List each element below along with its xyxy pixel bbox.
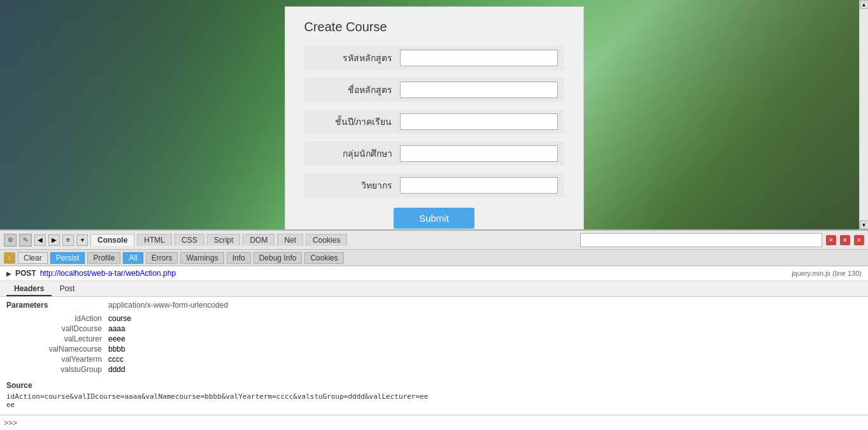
detail-tabs: Headers Post <box>0 281 868 297</box>
tab-html[interactable]: HTML <box>137 234 172 246</box>
year-term-input[interactable] <box>400 113 558 130</box>
clear-button[interactable]: Clear <box>18 252 48 264</box>
course-id-input[interactable] <box>400 50 558 66</box>
console-input[interactable] <box>21 419 864 427</box>
info-button[interactable]: Info <box>227 252 251 264</box>
form-title: Create Course <box>304 20 564 34</box>
content-area: Parameters application/x-www-form-urlenc… <box>0 297 868 415</box>
param-value: eeee <box>108 334 125 343</box>
form-row-course-id-input: รหัสหลักสูตร <box>304 46 564 70</box>
form-label-student-group-input: กลุ่มนักศึกษา <box>311 147 400 161</box>
param-row-valIDcourse: valIDcourseaaaa <box>6 324 862 334</box>
console-toolbar: ! Clear Persist Profile All Errors Warni… <box>0 250 868 266</box>
form-label-course-name-input: ชื่อหลักสูตร <box>311 83 400 97</box>
form-row-year-term-input: ชั้นปี/ภาคเรียน <box>304 110 564 134</box>
cookies-button[interactable]: Cookies <box>304 252 343 264</box>
param-row-valNamecourse: valNamecoursebbbb <box>6 344 862 354</box>
list-button[interactable]: ≡ <box>62 234 74 246</box>
form-label-year-term-input: ชั้นปี/ภาคเรียน <box>311 115 400 129</box>
tab-cookies[interactable]: Cookies <box>306 234 347 246</box>
source-line-1: idAction=course&valIDcourse=aaaa&valName… <box>6 392 428 401</box>
devtools-icon-2[interactable]: ✎ <box>19 234 32 247</box>
console-warning-icon: ! <box>4 252 15 264</box>
profile-button[interactable]: Profile <box>87 252 120 264</box>
devtools-close-3[interactable]: ✕ <box>854 235 864 245</box>
bg-overlay-left <box>0 0 280 229</box>
dropdown-button[interactable]: ▾ <box>76 234 88 246</box>
param-key: valYearterm <box>6 355 108 364</box>
page-area: Create Course รหัสหลักสูตรชื่อหลักสูตรชั… <box>0 0 868 229</box>
tab-console[interactable]: Console <box>90 234 134 246</box>
course-name-input[interactable] <box>400 82 558 98</box>
devtools-close-1[interactable]: ✕ <box>826 235 836 245</box>
form-label-course-id-input: รหัสหลักสูตร <box>311 51 400 65</box>
devtools-icon-1[interactable]: ⚙ <box>4 234 17 247</box>
devtools-close-2[interactable]: ✕ <box>840 235 850 245</box>
post-request-line: ▶ POST http://localhost/web-a-tar/webAct… <box>0 266 868 281</box>
back-button[interactable]: ◀ <box>34 234 46 246</box>
tab-css[interactable]: CSS <box>174 234 204 246</box>
param-key: valstuGroup <box>6 365 108 374</box>
devtools-panel: ⚙ ✎ ◀ ▶ ≡ ▾ Console HTML CSS Script DOM … <box>0 229 868 430</box>
form-fields: รหัสหลักสูตรชื่อหลักสูตรชั้นปี/ภาคเรียนก… <box>304 46 564 197</box>
source-section: Source idAction=course&valIDcourse=aaaa&… <box>6 381 862 409</box>
forward-button[interactable]: ▶ <box>48 234 60 246</box>
param-value: aaaa <box>108 324 125 333</box>
debug-info-button[interactable]: Debug Info <box>253 252 302 264</box>
tab-net[interactable]: Net <box>277 234 303 246</box>
page-scrollbar[interactable]: ▲ ▼ <box>859 0 868 229</box>
form-row-lecturer-input: วิทยากร <box>304 173 564 197</box>
submit-button[interactable]: Submit <box>394 208 474 229</box>
source-value: idAction=course&valIDcourse=aaaa&valName… <box>6 392 862 409</box>
scroll-down-arrow[interactable]: ▼ <box>860 220 869 229</box>
post-url[interactable]: http://localhost/web-a-tar/webAction.php <box>40 269 176 278</box>
lecturer-input[interactable] <box>400 177 558 194</box>
params-section: Parameters application/x-www-form-urlenc… <box>6 301 862 375</box>
param-key: valNamecourse <box>6 345 108 354</box>
tab-post[interactable]: Post <box>52 282 82 296</box>
persist-button[interactable]: Persist <box>50 252 85 264</box>
param-row-valYearterm: valYeartermcccc <box>6 354 862 364</box>
params-label: Parameters <box>6 301 108 310</box>
form-label-lecturer-input: วิทยากร <box>311 178 400 192</box>
console-input-bar: >>> <box>0 415 868 430</box>
warnings-button[interactable]: Warnings <box>180 252 224 264</box>
params-header: Parameters application/x-www-form-urlenc… <box>6 301 862 311</box>
param-key: idAction <box>6 314 108 323</box>
student-group-input[interactable] <box>400 145 558 162</box>
source-line-2: ee <box>6 401 15 409</box>
all-button[interactable]: All <box>123 252 143 264</box>
devtools-toolbar: ⚙ ✎ ◀ ▶ ≡ ▾ Console HTML CSS Script DOM … <box>0 231 868 250</box>
param-key: valIDcourse <box>6 324 108 333</box>
scroll-track <box>860 9 869 220</box>
param-value: bbbb <box>108 345 125 354</box>
params-content-type: application/x-www-form-urlencoded <box>108 301 228 310</box>
post-method: POST <box>15 269 36 278</box>
tab-headers[interactable]: Headers <box>6 282 52 296</box>
param-row-idAction: idActioncourse <box>6 313 862 324</box>
errors-button[interactable]: Errors <box>146 252 178 264</box>
bg-overlay-right <box>575 0 868 229</box>
form-row-course-name-input: ชื่อหลักสูตร <box>304 78 564 102</box>
source-label: Source <box>6 381 862 390</box>
param-row-valLecturer: valLecturereeee <box>6 334 862 344</box>
devtools-search-input[interactable] <box>580 233 822 247</box>
param-row-valstuGroup: valstuGroupdddd <box>6 364 862 375</box>
tab-script[interactable]: Script <box>207 234 241 246</box>
post-source-file: jquery.min.js (line 130) <box>792 269 862 277</box>
post-arrow: ▶ <box>6 270 11 277</box>
param-key: valLecturer <box>6 334 108 343</box>
create-course-modal: Create Course รหัสหลักสูตรชื่อหลักสูตรชั… <box>285 6 584 229</box>
param-value: course <box>108 314 131 323</box>
console-prompt: >>> <box>4 419 17 427</box>
tab-dom[interactable]: DOM <box>243 234 274 246</box>
param-value: dddd <box>108 365 125 374</box>
param-rows: idActioncoursevalIDcourseaaaavalLecturer… <box>6 313 862 375</box>
param-value: cccc <box>108 355 124 364</box>
scroll-up-arrow[interactable]: ▲ <box>860 0 869 9</box>
form-row-student-group-input: กลุ่มนักศึกษา <box>304 141 564 166</box>
